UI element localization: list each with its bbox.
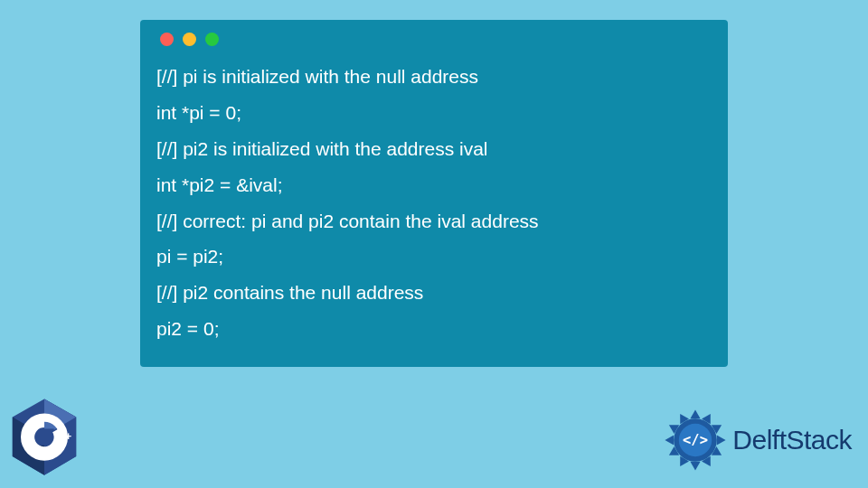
svg-text:</>: </> <box>683 432 708 448</box>
svg-rect-5 <box>34 428 53 445</box>
cpp-logo-icon: + + <box>9 398 80 477</box>
code-window: [//] pi is initialized with the null add… <box>140 20 728 367</box>
close-dot-icon <box>160 33 174 46</box>
zoom-dot-icon <box>205 33 219 46</box>
delftstack-logo: </> DelftStack <box>664 408 852 472</box>
gear-icon: </> <box>664 408 727 472</box>
code-block: [//] pi is initialized with the null add… <box>156 59 712 347</box>
svg-text:+: + <box>65 430 71 443</box>
window-traffic-lights <box>160 33 712 46</box>
minimize-dot-icon <box>183 33 196 46</box>
delftstack-wordmark: DelftStack <box>732 425 852 455</box>
svg-text:+: + <box>57 430 63 443</box>
